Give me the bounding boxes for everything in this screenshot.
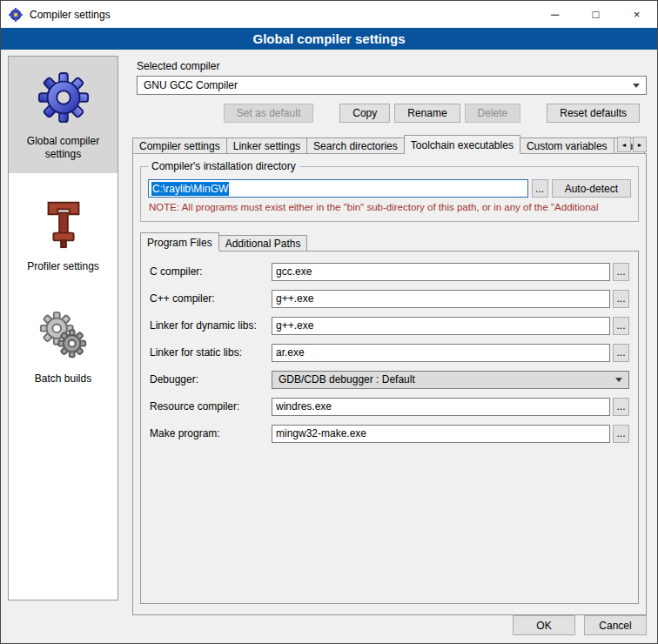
sidebar-item-profiler-settings[interactable]: Profiler settings <box>9 182 118 285</box>
compiler-action-buttons: Set as default Copy Rename Delete Reset … <box>127 104 640 123</box>
form-row-dynamic-linker: Linker for dynamic libs: ... <box>150 316 629 335</box>
settings-tabs: Compiler settings Linker settings Search… <box>132 135 647 154</box>
tab-toolchain-executables[interactable]: Toolchain executables <box>404 135 520 154</box>
selected-compiler-select[interactable]: GNU GCC Compiler <box>137 76 647 95</box>
tab-scroll-left-button[interactable]: ◄ <box>617 137 631 152</box>
app-icon <box>9 8 23 22</box>
static-linker-browse-button[interactable]: ... <box>613 344 629 362</box>
installation-directory-group: Compiler's installation directory C:\ray… <box>140 166 639 222</box>
settings-tabstrip: Compiler settings Linker settings Search… <box>132 135 647 154</box>
installation-directory-row: C:\raylib\MinGW ... Auto-detect <box>148 179 631 198</box>
set-as-default-button[interactable]: Set as default <box>224 104 313 123</box>
close-icon: × <box>634 8 641 21</box>
close-button[interactable]: × <box>616 1 657 28</box>
field-label: Make program: <box>150 427 272 439</box>
form-row-make-program: Make program: ... <box>150 424 629 443</box>
installation-dir-input[interactable]: C:\raylib\MinGW <box>148 179 528 198</box>
dialog-header-title: Global compiler settings <box>252 31 405 46</box>
maximize-button[interactable]: □ <box>575 1 616 28</box>
form-row-cpp-compiler: C++ compiler: ... <box>150 289 629 308</box>
tab-scroll-buttons: ◄ ► <box>617 137 647 152</box>
dialog-header: Global compiler settings <box>1 28 657 50</box>
subtab-program-files[interactable]: Program Files <box>140 232 219 252</box>
static-linker-input[interactable] <box>272 344 610 362</box>
form-row-debugger: Debugger: GDB/CDB debugger : Default <box>150 370 629 389</box>
tab-custom-variables[interactable]: Custom variables <box>520 138 614 154</box>
minimize-button[interactable]: ─ <box>534 1 575 28</box>
tab-scroll-right-button[interactable]: ► <box>633 137 647 152</box>
titlebar: Compiler settings ─ □ × <box>1 1 657 28</box>
field-label: C compiler: <box>150 265 272 278</box>
settings-sidebar: Global compiler settings Profiler settin… <box>8 56 118 600</box>
c-compiler-browse-button[interactable]: ... <box>613 263 629 281</box>
tab-search-directories[interactable]: Search directories <box>306 138 405 154</box>
maximize-icon: □ <box>593 8 600 21</box>
dropdown-arrow-icon <box>615 378 622 382</box>
sidebar-item-global-compiler-settings[interactable]: Global compiler settings <box>9 57 118 173</box>
dynamic-linker-input[interactable] <box>272 317 610 335</box>
toolchain-executables-panel: Compiler's installation directory C:\ray… <box>132 153 647 615</box>
gray-gears-icon <box>37 308 91 362</box>
sidebar-item-batch-builds[interactable]: Batch builds <box>9 294 118 398</box>
make-program-browse-button[interactable]: ... <box>613 425 629 443</box>
form-row-c-compiler: C compiler: ... <box>150 262 629 281</box>
cpp-compiler-browse-button[interactable]: ... <box>613 290 629 308</box>
ok-button[interactable]: OK <box>513 615 575 635</box>
cpp-compiler-input[interactable] <box>272 290 610 308</box>
selected-compiler-label: Selected compiler <box>137 60 652 72</box>
program-files-panel: C compiler: ... C++ compiler: ... Linker… <box>140 251 639 604</box>
spacer <box>318 104 335 123</box>
reset-defaults-button[interactable]: Reset defaults <box>547 104 640 123</box>
field-label: Debugger: <box>150 373 272 386</box>
caption-buttons: ─ □ × <box>534 1 657 28</box>
installation-dir-browse-button[interactable]: ... <box>532 179 548 198</box>
dialog-footer: OK Cancel <box>513 615 647 635</box>
window-title: Compiler settings <box>30 9 111 21</box>
selected-compiler-value: GNU GCC Compiler <box>144 79 238 91</box>
field-label: Resource compiler: <box>150 400 272 413</box>
minimize-icon: ─ <box>551 8 559 21</box>
spacer <box>525 104 542 123</box>
form-row-static-linker: Linker for static libs: ... <box>150 343 629 362</box>
sidebar-item-label: Batch builds <box>35 372 91 386</box>
profiler-clamp-icon <box>37 196 91 250</box>
rename-button[interactable]: Rename <box>394 104 460 123</box>
sidebar-item-label: Profiler settings <box>27 260 99 273</box>
tab-compiler-settings[interactable]: Compiler settings <box>132 138 227 154</box>
compiler-settings-window: Compiler settings ─ □ × Global compiler … <box>0 0 658 644</box>
scroll-right-icon: ► <box>637 142 643 148</box>
program-files-tabs: Program Files Additional Paths <box>140 232 639 252</box>
debugger-select[interactable]: GDB/CDB debugger : Default <box>272 371 629 389</box>
subtab-additional-paths[interactable]: Additional Paths <box>218 235 308 252</box>
field-label: C++ compiler: <box>150 292 272 305</box>
dropdown-arrow-icon <box>633 84 640 88</box>
tab-linker-settings[interactable]: Linker settings <box>226 138 307 154</box>
form-row-resource-compiler: Resource compiler: ... <box>150 397 629 416</box>
dynamic-linker-browse-button[interactable]: ... <box>613 317 629 335</box>
bin-directory-note: NOTE: All programs must exist either in … <box>149 202 630 212</box>
make-program-input[interactable] <box>272 425 610 443</box>
main-panel: Selected compiler GNU GCC Compiler Set a… <box>127 55 652 615</box>
c-compiler-input[interactable] <box>272 263 610 281</box>
program-files-tabstrip: Program Files Additional Paths <box>140 232 639 252</box>
resource-compiler-input[interactable] <box>272 398 610 416</box>
debugger-select-value: GDB/CDB debugger : Default <box>279 373 415 386</box>
field-label: Linker for static libs: <box>150 346 272 359</box>
sidebar-item-label: Global compiler settings <box>14 135 112 161</box>
installation-dir-value: C:\raylib\MinGW <box>151 182 229 196</box>
autodetect-button[interactable]: Auto-detect <box>552 179 631 198</box>
cancel-button[interactable]: Cancel <box>584 615 647 635</box>
copy-button[interactable]: Copy <box>339 104 390 123</box>
blue-gear-icon <box>37 70 91 124</box>
scroll-left-icon: ◄ <box>621 142 628 148</box>
installation-directory-group-label: Compiler's installation directory <box>148 160 299 172</box>
delete-button[interactable]: Delete <box>465 104 521 123</box>
field-label: Linker for dynamic libs: <box>150 319 272 332</box>
resource-compiler-browse-button[interactable]: ... <box>613 398 629 416</box>
